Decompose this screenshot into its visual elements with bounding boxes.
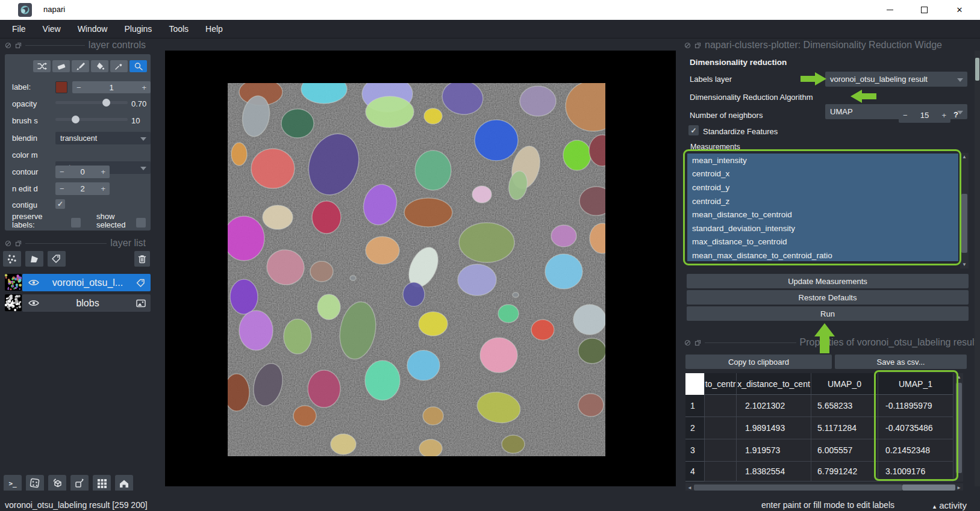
table-corner-cell[interactable]: [685, 373, 705, 395]
update-measurements-button[interactable]: Update Measurements: [687, 274, 969, 288]
table-cell[interactable]: 2.1021302: [737, 395, 811, 417]
opacity-slider[interactable]: [55, 99, 128, 107]
table-header-to-centr[interactable]: to_centr: [705, 373, 737, 395]
menu-window[interactable]: Window: [72, 22, 114, 36]
grid-view-button[interactable]: [93, 475, 111, 492]
spin-minus[interactable]: −: [903, 111, 908, 120]
ndisplay-button[interactable]: [26, 475, 44, 492]
label-color-swatch[interactable]: [55, 81, 67, 93]
table-header-umap1[interactable]: UMAP_1: [878, 373, 953, 395]
home-reset-view-button[interactable]: [115, 475, 133, 492]
console-button[interactable]: >_: [4, 475, 22, 492]
menu-help[interactable]: Help: [199, 22, 229, 36]
run-button[interactable]: Run: [687, 306, 969, 321]
n-edit-dim-spinbox[interactable]: −2+: [55, 182, 110, 195]
scrollbar-thumb[interactable]: [961, 194, 967, 253]
hide-dock-icon[interactable]: [684, 42, 691, 49]
new-labels-layer-button[interactable]: [48, 251, 66, 267]
scrollbar-track-fill[interactable]: [694, 485, 902, 491]
menu-tools[interactable]: Tools: [163, 22, 195, 36]
measurements-list[interactable]: mean_intensity centroid_x centroid_y cen…: [687, 153, 959, 262]
menu-view[interactable]: View: [37, 22, 67, 36]
scroll-down-icon[interactable]: ▼: [960, 261, 969, 268]
table-cell[interactable]: [705, 439, 737, 462]
label-spinbox[interactable]: −1+: [72, 81, 151, 93]
brush-size-slider-handle[interactable]: [72, 116, 80, 123]
float-dock-icon[interactable]: [694, 339, 701, 346]
table-cell[interactable]: 6.005557: [811, 439, 878, 462]
transpose-dimensions-button[interactable]: [70, 475, 89, 492]
measurement-item[interactable]: centroid_z: [687, 194, 958, 208]
scroll-left-icon[interactable]: ◄: [687, 485, 692, 491]
layer-row-voronoi[interactable]: voronoi_otsu_l...: [22, 274, 151, 291]
new-points-layer-button[interactable]: [3, 251, 21, 267]
contour-spinbox[interactable]: −0+: [55, 166, 110, 178]
float-dock-icon[interactable]: [15, 240, 22, 247]
restore-defaults-button[interactable]: Restore Defaults: [687, 290, 969, 305]
copy-to-clipboard-button[interactable]: Copy to clipboard: [685, 355, 832, 369]
visibility-eye-icon[interactable]: [28, 279, 39, 286]
table-cell[interactable]: [705, 417, 737, 439]
measurements-scrollbar[interactable]: ▲ ▼: [960, 153, 969, 268]
visibility-eye-icon[interactable]: [28, 299, 39, 307]
measurement-item[interactable]: standard_deviation_intensity: [687, 221, 958, 235]
color-picker-button[interactable]: [110, 60, 128, 72]
standardize-checkbox[interactable]: ✓: [688, 125, 699, 135]
table-cell[interactable]: -0.40735486: [878, 417, 953, 439]
table-cell[interactable]: 1.8382554: [737, 462, 811, 482]
measurement-item[interactable]: mean_max_distance_to_centroid_ratio: [687, 249, 958, 262]
minimize-button[interactable]: [876, 0, 904, 20]
hide-dock-icon[interactable]: [684, 339, 691, 346]
table-cell[interactable]: 1.9891493: [737, 417, 811, 439]
paintbrush-button[interactable]: [72, 60, 89, 72]
spin-plus[interactable]: +: [101, 167, 105, 176]
labels-layer-dropdown[interactable]: voronoi_otsu_labeling result: [825, 72, 967, 87]
float-dock-icon[interactable]: [694, 42, 701, 49]
scroll-up-icon[interactable]: ▲: [955, 373, 963, 381]
scrollbar-thumb[interactable]: [956, 383, 962, 473]
spin-plus[interactable]: +: [142, 83, 146, 92]
table-cell[interactable]: 6.7991242: [811, 462, 878, 482]
measurement-item[interactable]: centroid_x: [687, 167, 958, 181]
scroll-up-icon[interactable]: ▲: [960, 153, 969, 161]
activity-button[interactable]: ▴activity: [933, 500, 967, 510]
brush-size-slider[interactable]: [55, 116, 128, 123]
contiguous-checkbox[interactable]: ✓: [55, 199, 65, 209]
measurement-item[interactable]: mean_intensity: [687, 153, 958, 167]
hide-dock-icon[interactable]: [5, 42, 11, 49]
spin-plus[interactable]: +: [101, 184, 105, 193]
neighbors-spinbox[interactable]: −15+: [899, 108, 950, 123]
opacity-slider-handle[interactable]: [102, 99, 110, 107]
spin-minus[interactable]: −: [60, 184, 64, 193]
table-cell[interactable]: [705, 462, 737, 482]
table-header-x-distance[interactable]: x_distance_to_cent: [737, 373, 811, 395]
table-row-header[interactable]: 3: [685, 439, 705, 462]
table-header-umap0[interactable]: UMAP_0: [811, 373, 878, 395]
table-cell[interactable]: 0.21452348: [878, 439, 953, 462]
table-cell[interactable]: 1.919573: [737, 439, 811, 462]
preserve-labels-checkbox[interactable]: [71, 218, 81, 228]
new-shapes-layer-button[interactable]: [25, 251, 43, 267]
shuffle-colors-button[interactable]: [33, 60, 51, 72]
show-selected-checkbox[interactable]: [136, 218, 146, 228]
table-row-header[interactable]: 1: [685, 395, 705, 417]
table-row-header[interactable]: 4: [685, 462, 705, 482]
table-row-header[interactable]: 2: [685, 417, 705, 439]
close-button[interactable]: ✕: [946, 0, 973, 20]
menu-plugins[interactable]: Plugins: [118, 22, 158, 36]
spin-plus[interactable]: +: [941, 111, 946, 120]
fill-bucket-button[interactable]: [91, 60, 108, 72]
scrollbar-thumb[interactable]: [902, 485, 955, 491]
layer-row-blobs[interactable]: blobs: [22, 294, 151, 312]
measurement-item[interactable]: mean_distance_to_centroid: [687, 208, 958, 221]
delete-layer-button[interactable]: [134, 251, 150, 267]
table-cell[interactable]: 3.1009176: [878, 462, 953, 482]
table-vertical-scrollbar[interactable]: ▲: [955, 373, 963, 482]
maximize-button[interactable]: [910, 0, 938, 20]
scroll-right-icon[interactable]: ►: [957, 485, 961, 491]
float-dock-icon[interactable]: [15, 42, 22, 49]
measurement-item[interactable]: centroid_y: [687, 181, 958, 194]
table-cell[interactable]: 5.1171284: [811, 417, 878, 439]
spin-minus[interactable]: −: [76, 83, 81, 92]
table-cell[interactable]: 5.658233: [811, 395, 878, 417]
